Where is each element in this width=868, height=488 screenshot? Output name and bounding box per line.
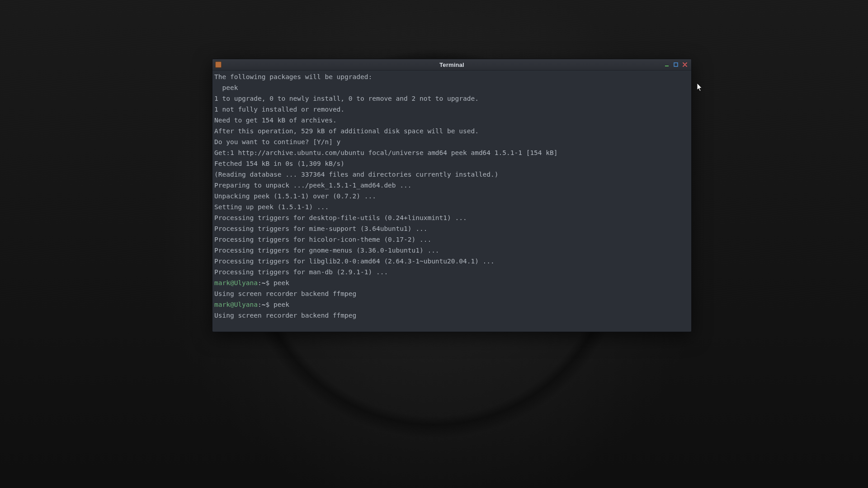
prompt-path: ~ <box>262 279 266 286</box>
terminal-output-line: Fetched 154 kB in 0s (1,309 kB/s) <box>214 158 689 169</box>
terminal-output-line: Processing triggers for hicolor-icon-the… <box>214 234 689 245</box>
terminal-output-line: Processing triggers for mime-support (3.… <box>214 223 689 234</box>
terminal-output-line: Setting up peek (1.5.1-1) ... <box>214 202 689 212</box>
terminal-output-line: Processing triggers for desktop-file-uti… <box>214 212 689 223</box>
terminal-output-line: The following packages will be upgraded: <box>214 71 689 82</box>
terminal-app-icon <box>215 61 222 68</box>
terminal-content[interactable]: The following packages will be upgraded:… <box>212 70 691 332</box>
prompt-command: peek <box>274 279 289 286</box>
maximize-button[interactable] <box>673 62 679 67</box>
terminal-output-line: 1 not fully installed or removed. <box>214 104 689 115</box>
svg-rect-0 <box>665 66 669 66</box>
prompt-path: ~ <box>262 301 266 308</box>
terminal-prompt-line: mark@Ulyana:~$ peek <box>214 299 689 310</box>
terminal-output-line: Processing triggers for gnome-menus (3.3… <box>214 245 689 256</box>
prompt-userhost: mark@Ulyana <box>214 279 258 286</box>
terminal-output-line: After this operation, 529 kB of addition… <box>214 126 689 136</box>
terminal-output-line: Do you want to continue? [Y/n] y <box>214 136 689 147</box>
terminal-output-line: Processing triggers for libglib2.0-0:amd… <box>214 256 689 267</box>
minimize-button[interactable] <box>664 62 670 67</box>
terminal-output-line: Preparing to unpack .../peek_1.5.1-1_amd… <box>214 180 689 191</box>
titlebar[interactable]: Terminal <box>212 59 691 70</box>
terminal-output-line: 1 to upgrade, 0 to newly install, 0 to r… <box>214 93 689 104</box>
terminal-window[interactable]: Terminal The following packages will be … <box>212 59 692 332</box>
terminal-output-line: (Reading database ... 337364 files and d… <box>214 169 689 180</box>
prompt-command: peek <box>274 301 289 308</box>
prompt-sep: : <box>258 301 262 308</box>
close-button[interactable] <box>682 62 688 67</box>
terminal-output-line: Unpacking peek (1.5.1-1) over (0.7.2) ..… <box>214 191 689 202</box>
prompt-sep: : <box>258 279 262 286</box>
prompt-dollar: $ <box>266 279 274 286</box>
terminal-output-line: Processing triggers for man-db (2.9.1-1)… <box>214 267 689 277</box>
mouse-cursor-icon <box>697 83 703 92</box>
terminal-output-line: Get:1 http://archive.ubuntu.com/ubuntu f… <box>214 147 689 158</box>
terminal-output-line: peek <box>214 82 689 93</box>
window-controls <box>664 62 691 67</box>
svg-rect-1 <box>674 63 678 66</box>
window-title: Terminal <box>212 61 691 68</box>
terminal-output-line: Using screen recorder backend ffmpeg <box>214 310 689 321</box>
prompt-dollar: $ <box>266 301 274 308</box>
terminal-output-line: Need to get 154 kB of archives. <box>214 115 689 126</box>
terminal-output-line: Using screen recorder backend ffmpeg <box>214 288 689 299</box>
prompt-userhost: mark@Ulyana <box>214 301 258 308</box>
desktop: Terminal The following packages will be … <box>0 0 868 488</box>
terminal-prompt-line: mark@Ulyana:~$ peek <box>214 277 689 288</box>
